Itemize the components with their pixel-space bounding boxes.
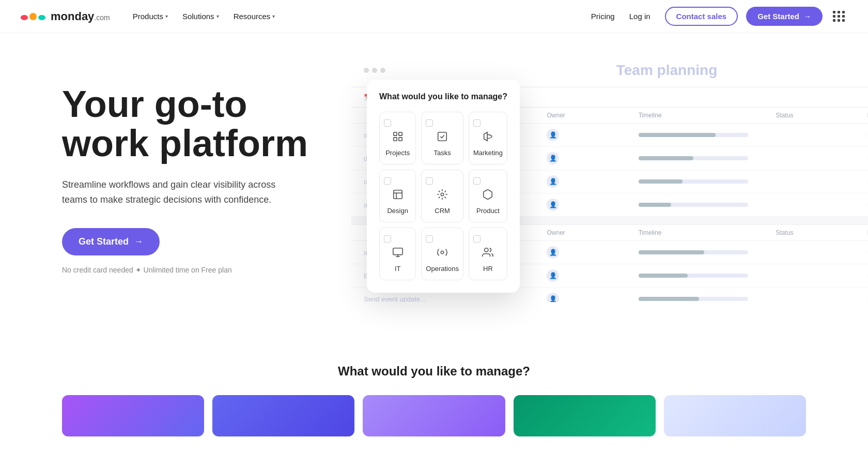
crm-icon [437, 189, 448, 203]
svg-rect-2 [393, 138, 396, 141]
modal-checkbox[interactable] [426, 235, 433, 243]
modal-checkbox[interactable] [473, 177, 481, 185]
modal-checkbox[interactable] [384, 177, 391, 185]
nav-products[interactable]: Products ▾ [127, 8, 174, 25]
bottom-cards [62, 395, 806, 436]
nav-login-button[interactable]: Log in [623, 8, 657, 25]
dashboard-title: Team planning [385, 62, 868, 79]
hero-content: Your go-to work platform Streamline work… [62, 54, 331, 333]
projects-label: Projects [385, 149, 410, 157]
svg-rect-4 [438, 132, 447, 141]
tasks-label: Tasks [434, 149, 451, 157]
product-icon [482, 189, 493, 203]
nav-links: Products ▾ Solutions ▾ Resources ▾ [127, 8, 282, 25]
modal-item-crm[interactable]: CRM [421, 170, 463, 222]
modal-item-projects[interactable]: Projects [379, 112, 416, 164]
hero-get-started-button[interactable]: Get Started → [62, 228, 160, 255]
hero-title: Your go-to work platform [62, 85, 331, 163]
design-icon [392, 189, 404, 203]
modal-checkbox[interactable] [426, 177, 433, 185]
marketing-icon [482, 131, 493, 145]
dashboard-dot [380, 68, 385, 73]
operations-icon [437, 247, 448, 261]
svg-rect-1 [398, 132, 401, 135]
nav-right: Pricing Log in Contact sales Get Started… [591, 7, 847, 26]
apps-grid-icon[interactable] [831, 9, 847, 24]
modal-checkbox[interactable] [384, 235, 391, 243]
modal-item-tasks[interactable]: Tasks [421, 112, 463, 164]
it-label: IT [395, 265, 401, 273]
svg-point-13 [441, 251, 444, 254]
chevron-down-icon: ▾ [216, 13, 219, 19]
modal-checkbox[interactable] [473, 119, 481, 127]
bottom-title: What would you like to manage? [62, 364, 806, 379]
chevron-down-icon: ▾ [165, 13, 168, 19]
dashboard-dot [372, 68, 377, 73]
svg-point-14 [485, 248, 488, 252]
dashboard-dots [364, 68, 385, 73]
projects-icon [392, 131, 404, 145]
modal-item-product[interactable]: Product [469, 170, 507, 222]
svg-rect-3 [398, 138, 401, 141]
logo[interactable]: monday.com [21, 10, 110, 23]
modal-item-hr[interactable]: HR [469, 228, 507, 280]
nav-left: monday.com Products ▾ Solutions ▾ Resour… [21, 8, 281, 25]
svg-marker-5 [484, 132, 487, 141]
modal-item-operations[interactable]: Operations [421, 228, 463, 280]
logo-mark [21, 13, 45, 20]
modal-item-it[interactable]: IT [379, 228, 416, 280]
marketing-label: Marketing [473, 149, 503, 157]
logo-text: monday.com [51, 10, 110, 23]
bottom-card-5[interactable] [664, 395, 806, 436]
arrow-right-icon: → [803, 12, 811, 21]
modal-checkbox[interactable] [384, 119, 391, 127]
product-label: Product [476, 207, 500, 215]
hr-label: HR [483, 265, 493, 273]
manage-modal: What would you like to manage? Projects [367, 80, 520, 293]
svg-rect-0 [393, 132, 396, 135]
modal-checkbox[interactable] [426, 119, 433, 127]
it-icon [392, 247, 404, 261]
hero-visual: Team planning ··· 📅 Gantt ⬜ Kanban + ⚡ I… [351, 54, 868, 333]
arrow-right-icon: → [134, 236, 143, 247]
navbar: monday.com Products ▾ Solutions ▾ Resour… [0, 0, 868, 33]
bottom-card-3[interactable] [363, 395, 505, 436]
modal-item-design[interactable]: Design [379, 170, 416, 222]
design-label: Design [387, 207, 408, 215]
nav-solutions[interactable]: Solutions ▾ [176, 8, 225, 25]
chevron-down-icon: ▾ [272, 13, 275, 19]
hero-subtitle: Streamline workflows and gain clear visi… [62, 177, 279, 207]
modal-checkbox[interactable] [473, 235, 481, 243]
hero-section: Your go-to work platform Streamline work… [0, 33, 868, 333]
svg-rect-10 [393, 248, 402, 255]
nav-get-started-button[interactable]: Get Started → [746, 7, 823, 26]
modal-title: What would you like to manage? [379, 92, 507, 101]
operations-label: Operations [426, 265, 459, 273]
hero-note: No credit card needed ✦ Unlimited time o… [62, 266, 331, 274]
nav-resources[interactable]: Resources ▾ [227, 8, 282, 25]
modal-items-grid: Projects Tasks Marketing [379, 112, 507, 280]
tasks-icon [437, 131, 448, 145]
dashboard-dot [364, 68, 369, 73]
bottom-card-1[interactable] [62, 395, 204, 436]
hr-icon [482, 247, 493, 261]
modal-item-marketing[interactable]: Marketing [469, 112, 507, 164]
bottom-section: What would you like to manage? [0, 333, 868, 453]
svg-point-9 [441, 193, 444, 196]
bottom-card-2[interactable] [212, 395, 354, 436]
bottom-card-4[interactable] [514, 395, 656, 436]
nav-contact-button[interactable]: Contact sales [665, 7, 738, 26]
svg-rect-6 [393, 190, 402, 199]
crm-label: CRM [435, 207, 450, 215]
nav-pricing-link[interactable]: Pricing [591, 12, 615, 21]
